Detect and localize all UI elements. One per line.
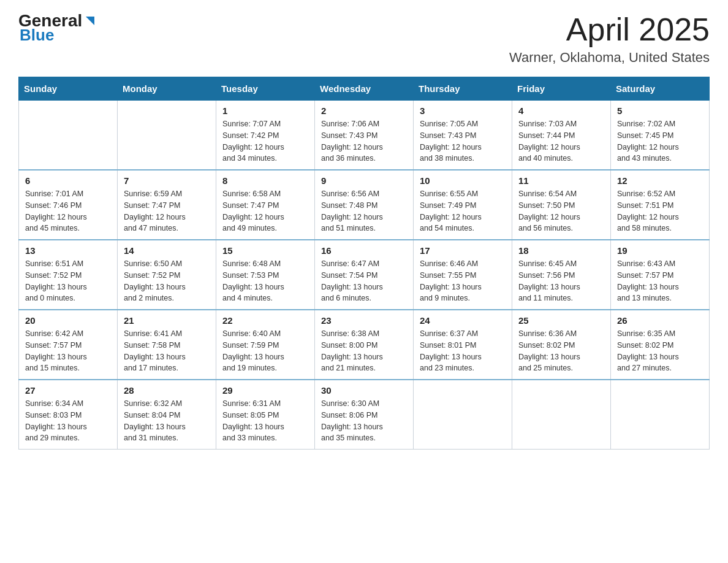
calendar-week-row: 1Sunrise: 7:07 AMSunset: 7:42 PMDaylight… [19,101,710,170]
day-info: Sunrise: 6:38 AMSunset: 8:00 PMDaylight:… [321,328,407,374]
calendar-cell: 13Sunrise: 6:51 AMSunset: 7:52 PMDayligh… [19,240,118,310]
calendar-table: SundayMondayTuesdayWednesdayThursdayFrid… [18,77,710,450]
calendar-cell: 12Sunrise: 6:52 AMSunset: 7:51 PMDayligh… [611,170,710,240]
calendar-cell: 11Sunrise: 6:54 AMSunset: 7:50 PMDayligh… [512,170,611,240]
calendar-cell: 17Sunrise: 6:46 AMSunset: 7:55 PMDayligh… [414,240,512,310]
day-number: 25 [518,315,604,326]
day-number: 1 [222,105,308,116]
day-info: Sunrise: 6:50 AMSunset: 7:52 PMDaylight:… [124,258,210,304]
header: General Blue April 2025 Warner, Oklahoma… [18,12,710,66]
calendar-cell [19,101,118,170]
day-number: 22 [222,315,308,326]
day-info: Sunrise: 6:58 AMSunset: 7:47 PMDaylight:… [222,188,308,234]
day-info: Sunrise: 6:36 AMSunset: 8:02 PMDaylight:… [518,328,604,374]
calendar-cell: 6Sunrise: 7:01 AMSunset: 7:46 PMDaylight… [19,170,118,240]
calendar-week-row: 20Sunrise: 6:42 AMSunset: 7:57 PMDayligh… [19,310,710,380]
day-info: Sunrise: 7:05 AMSunset: 7:43 PMDaylight:… [420,118,506,164]
calendar-cell: 20Sunrise: 6:42 AMSunset: 7:57 PMDayligh… [19,310,118,380]
day-number: 26 [617,315,703,326]
day-number: 16 [321,245,407,256]
calendar-cell: 8Sunrise: 6:58 AMSunset: 7:47 PMDaylight… [216,170,315,240]
svg-marker-0 [86,17,94,25]
col-header-sunday: Sunday [19,77,118,101]
day-info: Sunrise: 6:45 AMSunset: 7:56 PMDaylight:… [518,258,604,304]
calendar-cell: 28Sunrise: 6:32 AMSunset: 8:04 PMDayligh… [118,380,216,450]
calendar-cell: 21Sunrise: 6:41 AMSunset: 7:58 PMDayligh… [118,310,216,380]
calendar-cell: 23Sunrise: 6:38 AMSunset: 8:00 PMDayligh… [315,310,414,380]
day-info: Sunrise: 6:40 AMSunset: 7:59 PMDaylight:… [222,328,308,374]
calendar-cell: 2Sunrise: 7:06 AMSunset: 7:43 PMDaylight… [315,101,414,170]
day-number: 20 [25,315,111,326]
day-number: 19 [617,245,703,256]
day-info: Sunrise: 7:01 AMSunset: 7:46 PMDaylight:… [25,188,111,234]
day-info: Sunrise: 6:56 AMSunset: 7:48 PMDaylight:… [321,188,407,234]
day-number: 9 [321,175,407,186]
calendar-cell [414,380,512,450]
day-number: 21 [124,315,210,326]
day-number: 29 [222,385,308,396]
day-info: Sunrise: 6:30 AMSunset: 8:06 PMDaylight:… [321,398,407,444]
day-info: Sunrise: 6:35 AMSunset: 8:02 PMDaylight:… [617,328,703,374]
day-number: 2 [321,105,407,116]
day-number: 3 [420,105,506,116]
day-info: Sunrise: 6:59 AMSunset: 7:47 PMDaylight:… [124,188,210,234]
col-header-thursday: Thursday [414,77,512,101]
day-number: 18 [518,245,604,256]
col-header-tuesday: Tuesday [216,77,315,101]
calendar-cell: 4Sunrise: 7:03 AMSunset: 7:44 PMDaylight… [512,101,611,170]
day-number: 11 [518,175,604,186]
calendar-cell [611,380,710,450]
calendar-week-row: 13Sunrise: 6:51 AMSunset: 7:52 PMDayligh… [19,240,710,310]
day-number: 4 [518,105,604,116]
day-number: 6 [25,175,111,186]
calendar-cell: 14Sunrise: 6:50 AMSunset: 7:52 PMDayligh… [118,240,216,310]
col-header-monday: Monday [118,77,216,101]
day-number: 27 [25,385,111,396]
calendar-header-row: SundayMondayTuesdayWednesdayThursdayFrid… [19,77,710,101]
page-subtitle: Warner, Oklahoma, United States [509,50,710,66]
day-info: Sunrise: 7:02 AMSunset: 7:45 PMDaylight:… [617,118,703,164]
calendar-cell: 26Sunrise: 6:35 AMSunset: 8:02 PMDayligh… [611,310,710,380]
calendar-cell: 29Sunrise: 6:31 AMSunset: 8:05 PMDayligh… [216,380,315,450]
day-info: Sunrise: 6:52 AMSunset: 7:51 PMDaylight:… [617,188,703,234]
calendar-cell: 25Sunrise: 6:36 AMSunset: 8:02 PMDayligh… [512,310,611,380]
calendar-cell: 7Sunrise: 6:59 AMSunset: 7:47 PMDaylight… [118,170,216,240]
col-header-saturday: Saturday [611,77,710,101]
day-number: 30 [321,385,407,396]
day-info: Sunrise: 6:48 AMSunset: 7:53 PMDaylight:… [222,258,308,304]
day-info: Sunrise: 6:51 AMSunset: 7:52 PMDaylight:… [25,258,111,304]
calendar-cell: 15Sunrise: 6:48 AMSunset: 7:53 PMDayligh… [216,240,315,310]
page-title: April 2025 [509,12,710,47]
day-info: Sunrise: 6:54 AMSunset: 7:50 PMDaylight:… [518,188,604,234]
col-header-friday: Friday [512,77,611,101]
calendar-cell: 9Sunrise: 6:56 AMSunset: 7:48 PMDaylight… [315,170,414,240]
day-number: 5 [617,105,703,116]
calendar-cell: 27Sunrise: 6:34 AMSunset: 8:03 PMDayligh… [19,380,118,450]
calendar-cell: 18Sunrise: 6:45 AMSunset: 7:56 PMDayligh… [512,240,611,310]
day-number: 24 [420,315,506,326]
calendar-cell: 24Sunrise: 6:37 AMSunset: 8:01 PMDayligh… [414,310,512,380]
calendar-cell: 10Sunrise: 6:55 AMSunset: 7:49 PMDayligh… [414,170,512,240]
calendar-cell [118,101,216,170]
calendar-cell [512,380,611,450]
day-number: 23 [321,315,407,326]
day-info: Sunrise: 6:32 AMSunset: 8:04 PMDaylight:… [124,398,210,444]
day-info: Sunrise: 6:34 AMSunset: 8:03 PMDaylight:… [25,398,111,444]
calendar-cell: 1Sunrise: 7:07 AMSunset: 7:42 PMDaylight… [216,101,315,170]
logo-blue: Blue [18,26,54,45]
day-info: Sunrise: 6:42 AMSunset: 7:57 PMDaylight:… [25,328,111,374]
calendar-week-row: 27Sunrise: 6:34 AMSunset: 8:03 PMDayligh… [19,380,710,450]
day-number: 12 [617,175,703,186]
calendar-cell: 30Sunrise: 6:30 AMSunset: 8:06 PMDayligh… [315,380,414,450]
day-info: Sunrise: 6:31 AMSunset: 8:05 PMDaylight:… [222,398,308,444]
day-info: Sunrise: 7:03 AMSunset: 7:44 PMDaylight:… [518,118,604,164]
day-info: Sunrise: 6:43 AMSunset: 7:57 PMDaylight:… [617,258,703,304]
day-number: 10 [420,175,506,186]
day-info: Sunrise: 7:07 AMSunset: 7:42 PMDaylight:… [222,118,308,164]
day-info: Sunrise: 7:06 AMSunset: 7:43 PMDaylight:… [321,118,407,164]
calendar-cell: 3Sunrise: 7:05 AMSunset: 7:43 PMDaylight… [414,101,512,170]
col-header-wednesday: Wednesday [315,77,414,101]
day-info: Sunrise: 6:55 AMSunset: 7:49 PMDaylight:… [420,188,506,234]
calendar-cell: 19Sunrise: 6:43 AMSunset: 7:57 PMDayligh… [611,240,710,310]
logo: General Blue [18,12,97,45]
